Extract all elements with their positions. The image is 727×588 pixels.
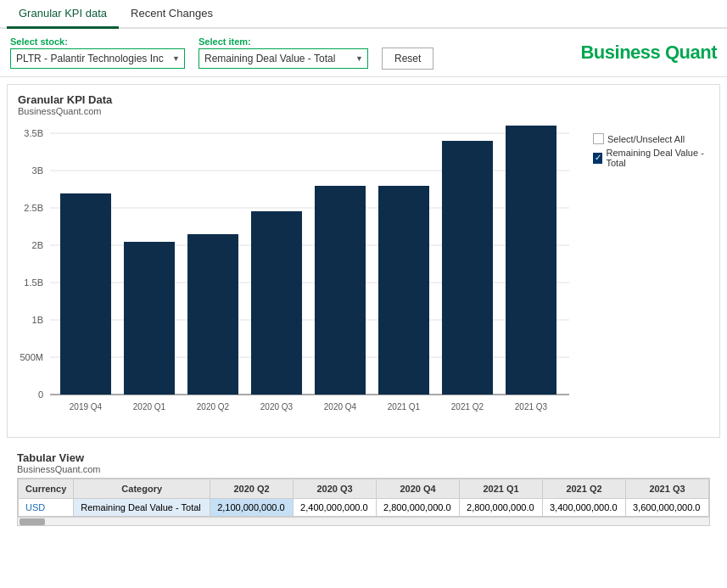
scrollbar-thumb[interactable]	[20, 518, 45, 525]
table-wrapper: Currency Category 2020 Q2 2020 Q3 2020 Q…	[17, 478, 710, 526]
legend-item-label: Remaining Deal Value - Total	[606, 148, 709, 168]
bar-2020q2	[187, 234, 238, 395]
legend-item-deal-value[interactable]: Remaining Deal Value - Total	[593, 148, 709, 168]
scrollbar[interactable]	[18, 517, 709, 525]
chart-section: Granular KPI Data BusinessQuant.com 3.5B…	[7, 84, 720, 438]
chart-subtitle: BusinessQuant.com	[18, 106, 709, 116]
controls-bar: Select stock: PLTR - Palantir Technologi…	[0, 29, 727, 77]
cell-2021q1: 2,800,000,000.0	[460, 499, 543, 517]
bar-2019q4	[60, 193, 111, 395]
item-control-group: Select item: Remaining Deal Value - Tota…	[199, 36, 368, 69]
svg-text:500M: 500M	[20, 352, 43, 362]
data-table: Currency Category 2020 Q2 2020 Q3 2020 Q…	[18, 479, 709, 517]
cell-2020q3: 2,400,000,000.0	[294, 499, 377, 517]
svg-text:2021 Q1: 2021 Q1	[388, 402, 421, 412]
cell-category: Remaining Deal Value - Total	[74, 499, 210, 517]
col-2020q3: 2020 Q3	[294, 479, 377, 499]
reset-button[interactable]: Reset	[382, 48, 433, 70]
table-row: USD Remaining Deal Value - Total 2,100,0…	[19, 499, 709, 517]
item-select[interactable]: Remaining Deal Value - Total	[199, 48, 368, 69]
col-2021q1: 2021 Q1	[460, 479, 543, 499]
svg-text:2021 Q3: 2021 Q3	[515, 402, 548, 412]
cell-currency: USD	[19, 499, 74, 517]
col-2021q3: 2021 Q3	[625, 479, 708, 499]
svg-text:2B: 2B	[32, 240, 43, 250]
col-category: Category	[74, 479, 210, 499]
tab-granular-kpi[interactable]: Granular KPI data	[7, 0, 119, 29]
table-section: Tabular View BusinessQuant.com Currency …	[7, 445, 720, 529]
select-all-label: Select/Unselect All	[607, 134, 685, 144]
item-checkbox[interactable]	[593, 153, 602, 164]
bar-2021q3	[506, 126, 556, 395]
bar-2020q1	[124, 242, 175, 395]
chart-area: 3.5B 3B 2.5B 2B 1.5B 1B 500M 0	[18, 120, 586, 434]
stock-label: Select stock:	[10, 36, 185, 47]
item-select-wrapper: Remaining Deal Value - Total	[199, 48, 368, 69]
svg-text:2020 Q2: 2020 Q2	[197, 402, 230, 412]
bar-2021q2	[442, 141, 493, 395]
bar-2020q3	[251, 211, 302, 395]
svg-text:3.5B: 3.5B	[24, 128, 43, 138]
svg-text:2019 Q4: 2019 Q4	[70, 402, 103, 412]
chart-legend: Select/Unselect All Remaining Deal Value…	[586, 120, 709, 434]
svg-text:0: 0	[38, 389, 43, 400]
legend-select-all[interactable]: Select/Unselect All	[593, 133, 709, 144]
table-subtitle: BusinessQuant.com	[17, 464, 710, 474]
col-2020q2: 2020 Q2	[210, 479, 294, 499]
bar-2020q4	[315, 186, 366, 395]
cell-2020q2: 2,100,000,000.0	[210, 499, 294, 517]
stock-select[interactable]: PLTR - Palantir Technologies Inc	[10, 48, 185, 69]
svg-text:1.5B: 1.5B	[24, 277, 43, 288]
svg-text:2020 Q1: 2020 Q1	[133, 402, 166, 412]
stock-control-group: Select stock: PLTR - Palantir Technologi…	[10, 36, 185, 69]
select-all-checkbox[interactable]	[593, 133, 604, 144]
chart-container: 3.5B 3B 2.5B 2B 1.5B 1B 500M 0	[18, 120, 709, 434]
col-2021q2: 2021 Q2	[543, 479, 626, 499]
bar-chart-svg: 3.5B 3B 2.5B 2B 1.5B 1B 500M 0	[18, 120, 586, 434]
svg-text:3B: 3B	[32, 165, 43, 176]
item-label: Select item:	[199, 36, 368, 47]
svg-text:2.5B: 2.5B	[24, 203, 43, 213]
svg-text:1B: 1B	[32, 315, 43, 325]
cell-2021q2: 3,400,000,000.0	[543, 499, 626, 517]
table-header-row: Currency Category 2020 Q2 2020 Q3 2020 Q…	[19, 479, 709, 499]
cell-2020q4: 2,800,000,000.0	[377, 499, 460, 517]
cell-2021q3: 3,600,000,000.0	[625, 499, 708, 517]
svg-text:2020 Q4: 2020 Q4	[324, 402, 357, 412]
bar-2021q1	[378, 186, 429, 395]
svg-text:2021 Q2: 2021 Q2	[451, 402, 484, 412]
svg-text:2020 Q3: 2020 Q3	[260, 402, 294, 412]
chart-title: Granular KPI Data	[18, 93, 709, 106]
table-title: Tabular View	[17, 451, 710, 464]
stock-select-wrapper: PLTR - Palantir Technologies Inc	[10, 48, 185, 69]
col-currency: Currency	[19, 479, 74, 499]
tab-bar: Granular KPI data Recent Changes	[0, 0, 727, 29]
col-2020q4: 2020 Q4	[377, 479, 460, 499]
tab-recent-changes[interactable]: Recent Changes	[119, 0, 225, 29]
logo: Business Quant	[580, 42, 717, 64]
